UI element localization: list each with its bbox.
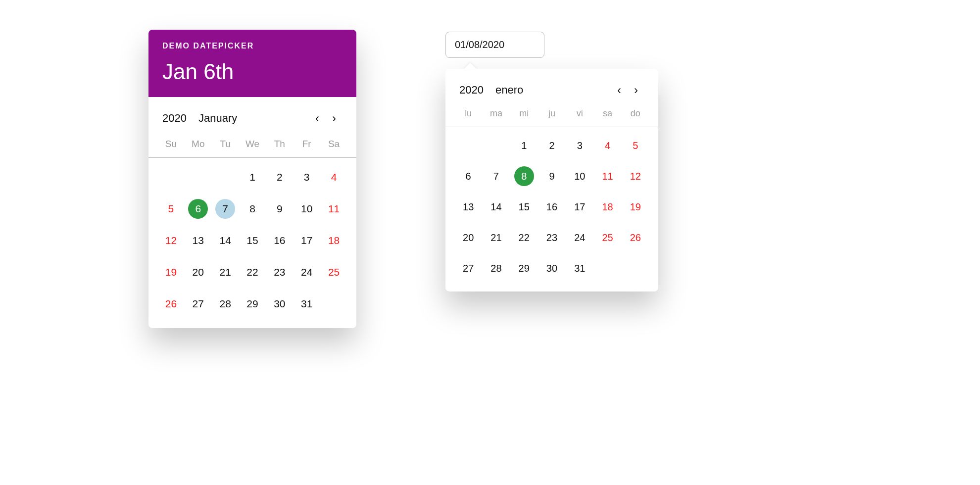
calendar-day[interactable]: 18	[593, 196, 621, 217]
calendar-day[interactable]: 26	[157, 293, 185, 314]
calendar-day[interactable]: 4	[593, 135, 621, 156]
day-number: 19	[630, 201, 641, 213]
prev-month-button[interactable]: ‹	[611, 82, 628, 98]
calendar-day[interactable]: 24	[293, 262, 320, 283]
calendar-day[interactable]: 29	[239, 293, 266, 314]
day-number: 7	[222, 203, 228, 215]
calendar-day[interactable]: 6	[185, 198, 212, 219]
weekday-label: Su	[157, 136, 185, 152]
calendar-day[interactable]: 24	[566, 227, 593, 248]
next-month-button[interactable]: ›	[326, 110, 343, 127]
calendar-day[interactable]: 10	[566, 166, 593, 187]
day-number: 6	[466, 171, 471, 182]
calendar-day[interactable]: 16	[538, 196, 566, 217]
calendar-week-row: 262728293031	[157, 293, 347, 314]
calendar-day[interactable]: 20	[454, 227, 482, 248]
weekday-label: ma	[482, 105, 510, 122]
calendar-day[interactable]: 2	[538, 135, 566, 156]
calendar-day[interactable]: 27	[185, 293, 212, 314]
calendar-day[interactable]: 19	[622, 196, 649, 217]
day-number: 4	[331, 171, 337, 183]
header-title: Jan 6th	[162, 59, 343, 84]
calendar-day[interactable]: 28	[482, 258, 510, 279]
calendar-day[interactable]: 22	[239, 262, 266, 283]
calendar-grid: 1234567891011121314151617181920212223242…	[148, 158, 356, 328]
calendar-day[interactable]: 6	[454, 166, 482, 187]
calendar-day[interactable]: 5	[622, 135, 649, 156]
calendar-day[interactable]: 16	[266, 230, 293, 251]
calendar-day[interactable]: 11	[320, 198, 347, 219]
calendar-day[interactable]: 12	[157, 230, 185, 251]
calendar-day[interactable]: 12	[622, 166, 649, 187]
chevron-left-icon: ‹	[315, 111, 319, 125]
weekday-label: lu	[454, 105, 482, 122]
prev-month-button[interactable]: ‹	[309, 110, 326, 127]
day-number: 27	[193, 298, 204, 310]
calendar-day[interactable]: 8	[510, 166, 538, 187]
calendar-day[interactable]: 10	[293, 198, 320, 219]
calendar-day[interactable]: 23	[266, 262, 293, 283]
calendar-day[interactable]: 9	[538, 166, 566, 187]
calendar-day[interactable]: 28	[212, 293, 239, 314]
calendar-day[interactable]: 27	[454, 258, 482, 279]
calendar-day[interactable]: 8	[239, 198, 266, 219]
day-number: 16	[546, 201, 557, 213]
calendar-day[interactable]: 1	[510, 135, 538, 156]
month-selector[interactable]: enero	[495, 84, 611, 97]
weekday-label: sa	[593, 105, 621, 122]
calendar-day[interactable]: 7	[482, 166, 510, 187]
calendar-day[interactable]: 7	[212, 198, 239, 219]
day-number: 25	[328, 266, 340, 278]
calendar-day[interactable]: 19	[157, 262, 185, 283]
day-number: 27	[463, 263, 474, 274]
calendar-day[interactable]: 1	[239, 167, 266, 188]
calendar-day[interactable]: 25	[593, 227, 621, 248]
day-number: 22	[519, 232, 530, 243]
calendar-day[interactable]: 13	[454, 196, 482, 217]
calendar-day[interactable]: 29	[510, 258, 538, 279]
year-selector[interactable]: 2020	[459, 84, 484, 97]
day-number: 2	[549, 140, 554, 151]
calendar-day[interactable]: 13	[185, 230, 212, 251]
calendar-day[interactable]: 30	[266, 293, 293, 314]
calendar-day[interactable]: 5	[157, 198, 185, 219]
day-number: 12	[630, 171, 641, 182]
weekday-label: Tu	[212, 136, 239, 152]
calendar-day[interactable]: 15	[239, 230, 266, 251]
chevron-left-icon: ‹	[617, 83, 621, 97]
day-number: 24	[301, 266, 312, 278]
calendar-week-row: 12131415161718	[157, 230, 347, 251]
day-number: 15	[246, 235, 258, 246]
calendar-day[interactable]: 17	[566, 196, 593, 217]
calendar-day[interactable]: 4	[320, 167, 347, 188]
calendar-day[interactable]: 30	[538, 258, 566, 279]
calendar-day[interactable]: 21	[482, 227, 510, 248]
day-number: 19	[165, 266, 177, 278]
calendar-day[interactable]: 3	[293, 167, 320, 188]
day-number: 22	[246, 266, 258, 278]
calendar-day[interactable]: 20	[185, 262, 212, 283]
calendar-day[interactable]: 11	[593, 166, 621, 187]
calendar-day[interactable]: 26	[622, 227, 649, 248]
calendar-day[interactable]: 14	[482, 196, 510, 217]
calendar-day[interactable]: 17	[293, 230, 320, 251]
calendar-day[interactable]: 2	[266, 167, 293, 188]
calendar-day[interactable]: 25	[320, 262, 347, 283]
calendar-day[interactable]: 31	[293, 293, 320, 314]
next-month-button[interactable]: ›	[628, 82, 644, 98]
calendar-day-empty	[454, 135, 482, 156]
year-selector[interactable]: 2020	[162, 112, 187, 125]
calendar-day[interactable]: 9	[266, 198, 293, 219]
weekday-header-row: Su Mo Tu We Th Fr Sa	[148, 136, 356, 158]
calendar-day[interactable]: 14	[212, 230, 239, 251]
calendar-day[interactable]: 22	[510, 227, 538, 248]
month-selector[interactable]: January	[198, 112, 309, 125]
calendar-day[interactable]: 31	[566, 258, 593, 279]
weekday-label: Th	[266, 136, 293, 152]
calendar-day[interactable]: 23	[538, 227, 566, 248]
calendar-day[interactable]: 15	[510, 196, 538, 217]
calendar-day[interactable]: 21	[212, 262, 239, 283]
date-input[interactable]	[445, 32, 544, 58]
calendar-day[interactable]: 3	[566, 135, 593, 156]
calendar-day[interactable]: 18	[320, 230, 347, 251]
